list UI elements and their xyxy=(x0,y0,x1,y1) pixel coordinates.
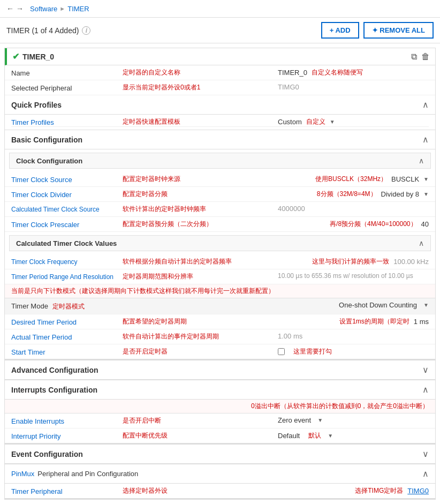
desired-period-annotation: 配置希望的定时器周期 xyxy=(118,317,278,326)
enable-interrupts-dropdown-arrow: ▼ xyxy=(317,417,323,423)
period-range-row: Timer Period Range And Resolution 定时器周期范… xyxy=(5,269,435,284)
actual-period-value-text: 1.00 ms xyxy=(278,332,302,340)
frequency-value-annotation: 这里与我们计算的频率一致 xyxy=(278,257,389,266)
back-arrow[interactable]: ← xyxy=(6,4,14,13)
clock-source-value-annotation: 使用BUSCLK（32MHz） xyxy=(278,175,387,184)
name-label: Name xyxy=(11,68,118,77)
zero-overflow-annotation: 0溢出中断（从软件算出的计数值减到0，就会产生0溢出中断） xyxy=(5,400,435,413)
clock-config-subsection[interactable]: Clock Configuration ∧ xyxy=(9,153,431,169)
event-config-toggle[interactable]: ∨ xyxy=(422,449,429,459)
green-check-icon: ✔ xyxy=(12,51,19,62)
period-range-value: 10.00 µs to 655.36 ms w/ resolution of 1… xyxy=(278,272,429,280)
timer-mode-dropdown-arrow: ▼ xyxy=(423,302,429,308)
interrupts-config-title: Interrupts Configuration xyxy=(11,386,97,394)
clock-source-dropdown-arrow: ▼ xyxy=(423,176,429,182)
desired-period-value-text: 1 ms xyxy=(414,318,429,326)
timer-panel: ✔ TIMER_0 ⧉ 🗑 Name 定时器的自定义名称 TIMER_0 自定义… xyxy=(4,48,436,500)
pinmux-section[interactable]: PinMux Peripheral and Pin Configuration … xyxy=(5,464,435,484)
timer-panel-actions: ⧉ 🗑 xyxy=(411,52,430,62)
breadcrumb-software[interactable]: Software xyxy=(30,5,57,13)
header-row: TIMER (1 of 4 Added) i + ADD ✦ REMOVE AL… xyxy=(0,18,440,43)
period-range-value-text: 10.00 µs to 655.36 ms w/ resolution of 1… xyxy=(278,272,413,280)
name-row: Name 定时器的自定义名称 TIMER_0 自定义名称随便写 xyxy=(5,65,435,80)
prescaler-row: Timer Clock Prescaler 配置定时器预分频（二次分频） 再/8… xyxy=(5,217,435,232)
header-title: TIMER (1 of 4 Added) i xyxy=(6,26,90,35)
actual-period-label: Actual Timer Period xyxy=(11,332,118,341)
timer-mode-label: Timer Mode 定时器模式 xyxy=(11,301,118,311)
enable-interrupts-value-text: Zero event xyxy=(278,416,311,424)
timer-mode-value: One-shot Down Counting ▼ xyxy=(118,301,429,309)
clock-divider-dropdown-arrow: ▼ xyxy=(423,191,429,197)
timer-profiles-label: Timer Profiles xyxy=(11,117,118,126)
clock-divider-row: Timer Clock Divider 配置定时器分频 8分频（32M/8=4M… xyxy=(5,187,435,202)
calc-clock-source-value-text: 4000000 xyxy=(278,205,305,213)
advanced-config-section[interactable]: Advanced Configuration ∨ xyxy=(5,360,435,380)
timer-profiles-annotation: 定时器快速配置模板 xyxy=(118,117,278,126)
name-value: TIMER_0 自定义名称随便写 xyxy=(278,68,429,77)
enable-interrupts-row: Enable Interrupts 是否开启中断 Zero event ▼ xyxy=(5,413,435,428)
start-timer-checkbox[interactable] xyxy=(278,348,285,355)
clock-source-annotation: 配置定时器时钟来源 xyxy=(118,175,278,184)
calc-values-title: Calculated Timer Clock Values xyxy=(16,239,117,247)
timer-name-label: TIMER_0 xyxy=(22,52,54,61)
breadcrumb: ← → Software ► TIMER xyxy=(6,4,89,13)
timer-peripheral-annotation: 选择定时器外设 xyxy=(118,486,278,495)
quick-profiles-title: Quick Profiles xyxy=(11,101,62,109)
timer-peripheral-row: Timer Peripheral 选择定时器外设 选择TIMG定时器 TIMG0 xyxy=(5,484,435,499)
name-value-annotation: 自定义名称随便写 xyxy=(312,68,363,77)
breadcrumb-timer[interactable]: TIMER xyxy=(67,5,89,13)
prescaler-label: Timer Clock Prescaler xyxy=(11,220,118,229)
pinmux-title: PinMux xyxy=(11,470,34,478)
timer-name: ✔ TIMER_0 xyxy=(12,51,54,62)
clock-config-toggle[interactable]: ∧ xyxy=(419,156,424,165)
clock-source-value: 使用BUSCLK（32MHz） BUSCLK ▼ xyxy=(278,175,429,184)
timer-profiles-value: Custom 自定义 ▼ xyxy=(278,117,429,126)
clock-config-title: Clock Configuration xyxy=(16,157,82,165)
advanced-config-toggle[interactable]: ∨ xyxy=(422,365,429,375)
timer-peripheral-value-text: TIMG0 xyxy=(407,487,429,495)
basic-config-title: Basic Configuration xyxy=(11,136,82,144)
start-timer-label: Start Timer xyxy=(11,347,118,356)
page-title: TIMER (1 of 4 Added) xyxy=(6,26,79,35)
add-button[interactable]: + ADD xyxy=(321,22,359,39)
timer-mode-value-text: One-shot Down Counting xyxy=(339,301,417,309)
timer-peripheral-value: 选择TIMG定时器 TIMG0 xyxy=(278,486,429,495)
interrupts-config-toggle[interactable]: ∧ xyxy=(422,385,429,395)
calc-clock-source-row: Calculated Timer Clock Source 软件计算出的定时器时… xyxy=(5,202,435,217)
breadcrumb-sep1: ► xyxy=(59,5,65,12)
calc-values-subsection[interactable]: Calculated Timer Clock Values ∧ xyxy=(9,235,431,251)
quick-profiles-section[interactable]: Quick Profiles ∧ xyxy=(5,95,435,115)
calc-values-toggle[interactable]: ∧ xyxy=(419,239,424,247)
calc-clock-source-value: 4000000 xyxy=(278,205,429,213)
timer-peripheral-value-annotation: 选择TIMG定时器 xyxy=(278,486,403,495)
prescaler-value: 再/8预分频（4M/40=100000） 40 xyxy=(278,220,429,229)
actual-period-row: Actual Timer Period 软件自动计算出的事件定时器周期 1.00… xyxy=(5,329,435,344)
quick-profiles-toggle[interactable]: ∧ xyxy=(422,100,429,110)
desired-period-row: Desired Timer Period 配置希望的定时器周期 设置1ms的周期… xyxy=(5,314,435,329)
delete-icon[interactable]: 🗑 xyxy=(421,52,430,62)
interrupts-config-section[interactable]: Interrupts Configuration ∧ xyxy=(5,380,435,400)
top-bar: ← → Software ► TIMER xyxy=(0,0,440,18)
interrupt-priority-value: Default 默认 ▼ xyxy=(278,431,429,440)
event-config-title: Event Configuration xyxy=(11,450,83,458)
basic-config-toggle[interactable]: ∧ xyxy=(422,134,429,145)
pinmux-toggle[interactable]: ∧ xyxy=(422,469,429,479)
frequency-label: Timer Clock Frequency xyxy=(11,257,118,266)
calc-clock-source-annotation: 软件计算出的定时器时钟频率 xyxy=(118,205,278,214)
clock-divider-annotation: 配置定时器分频 xyxy=(118,190,278,199)
frequency-row: Timer Clock Frequency 软件根据分频自动计算出的定时器频率 … xyxy=(5,254,435,269)
timer-profiles-row: Timer Profiles 定时器快速配置模板 Custom 自定义 ▼ xyxy=(5,115,435,130)
copy-icon[interactable]: ⧉ xyxy=(411,52,417,62)
event-config-section[interactable]: Event Configuration ∨ xyxy=(5,444,435,464)
info-icon[interactable]: i xyxy=(82,26,90,35)
frequency-value-text: 100.00 kHz xyxy=(393,258,429,266)
start-timer-value: 这里需要打勾 xyxy=(278,347,429,356)
forward-arrow[interactable]: → xyxy=(16,4,24,13)
basic-config-section[interactable]: Basic Configuration ∧ xyxy=(5,130,435,149)
period-range-label: Timer Period Range And Resolution xyxy=(11,272,118,281)
name-annotation: 定时器的自定义名称 xyxy=(118,68,278,77)
advanced-config-title: Advanced Configuration xyxy=(11,366,98,374)
prescaler-annotation: 配置定时器预分频（二次分频） xyxy=(118,220,278,229)
name-value-text: TIMER_0 xyxy=(278,69,307,77)
remove-all-button[interactable]: ✦ REMOVE ALL xyxy=(363,22,434,39)
